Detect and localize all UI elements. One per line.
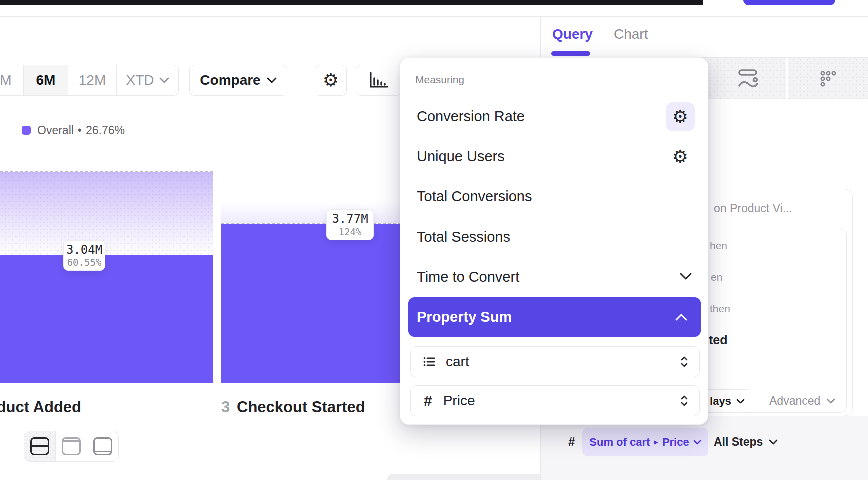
bottom-sheet-edge (388, 474, 540, 480)
bar-chart-icon (369, 72, 389, 90)
chevron-down-icon (160, 78, 170, 84)
chart-settings-button[interactable]: ⚙ (315, 65, 347, 96)
gear-icon: ⚙ (323, 72, 339, 90)
measuring-popup: Measuring Conversion Rate ⚙ Unique Users… (400, 58, 708, 425)
tab-query[interactable]: Query (552, 26, 593, 42)
chevron-down-icon (694, 440, 702, 445)
tab-label: Chart (614, 26, 648, 42)
bar-value-label: 3.77M 124% (326, 210, 374, 240)
step-name: Checkout Started (237, 398, 366, 416)
menu-item-unique-users[interactable]: Unique Users (417, 146, 505, 168)
all-steps-label: All Steps (714, 436, 763, 449)
step-row-text: hen (710, 240, 728, 252)
hash-icon: # (568, 435, 575, 448)
menu-item-property-sum[interactable]: Property Sum (408, 298, 701, 337)
unique-users-settings-button[interactable]: ⚙ (666, 142, 695, 172)
time-range-12m[interactable]: 12M (68, 66, 116, 96)
step-row-fragment[interactable]: en (711, 272, 722, 284)
step-row-fragment[interactable]: then (710, 303, 730, 315)
measure-chip[interactable]: Sum of cart ▸ Price (582, 428, 708, 456)
conversion-window-button[interactable]: lays (704, 390, 752, 413)
time-range-m[interactable]: M (0, 66, 24, 96)
chevron-down-icon (826, 398, 836, 404)
layout-split-button[interactable] (24, 432, 56, 462)
chip-left-text: Sum of cart (590, 436, 650, 449)
funnel-step-label: Product Added (0, 398, 82, 416)
step-row-fragment[interactable]: ted (709, 333, 728, 348)
legend-label: Overall • 26.76% (38, 124, 125, 138)
chart-type-button[interactable] (356, 65, 402, 96)
menu-item-label: Unique Users (417, 148, 505, 165)
conversion-rate-settings-button[interactable]: ⚙ (666, 102, 695, 132)
menu-item-conversion-rate[interactable]: Conversion Rate (417, 106, 525, 128)
chevron-down-icon (769, 440, 778, 445)
flows-view-button[interactable] (788, 58, 868, 99)
gear-icon: ⚙ (672, 148, 688, 166)
time-range-selector: M 6M 12M XTD (0, 65, 179, 96)
query-card-title: on Product Vi... (714, 202, 792, 216)
step-name: Product Added (0, 398, 82, 416)
layout-top-icon (62, 438, 81, 456)
time-range-xtd[interactable]: XTD (116, 66, 178, 96)
bar-value: 3.04M (66, 244, 102, 256)
menu-item-time-to-convert[interactable]: Time to Convert (417, 266, 520, 288)
list-icon (423, 356, 436, 368)
step-row-text: ted (709, 333, 728, 347)
primary-action-button[interactable] (744, 0, 836, 6)
header-divider (0, 16, 868, 17)
funnel-bar-checkout-started[interactable] (222, 224, 402, 384)
layout-bottom-button[interactable] (88, 432, 118, 462)
compare-label: Compare (200, 72, 260, 88)
bar-conversion: 60.55% (68, 258, 102, 268)
selected-property: Price (444, 393, 476, 409)
menu-item-total-sessions[interactable]: Total Sessions (417, 226, 510, 248)
property-sum-property-selector[interactable]: # Price (410, 386, 700, 416)
time-range-6m[interactable]: 6M (24, 66, 68, 96)
chevron-down-icon (680, 272, 692, 280)
bar-value: 3.77M (332, 212, 368, 226)
step-row-text: then (710, 303, 730, 314)
menu-item-total-conversions[interactable]: Total Conversions (417, 186, 532, 208)
menu-item-label: Conversion Rate (417, 108, 525, 125)
tab-chart[interactable]: Chart (614, 26, 648, 42)
metrics-flow-button[interactable] (710, 58, 786, 99)
funnel-bar1-dropoff (0, 172, 214, 255)
menu-item-label: Total Conversions (417, 188, 532, 205)
card-title-text: on Product Vi... (714, 202, 792, 215)
menu-item-label: Time to Convert (417, 269, 520, 286)
bar-value-label: 3.04M 60.55% (64, 240, 106, 271)
compare-button[interactable]: Compare (190, 65, 288, 96)
legend-color-swatch (22, 126, 31, 135)
property-sum-event-selector[interactable]: cart (410, 346, 700, 378)
dots-grid-icon (820, 70, 838, 88)
advanced-button[interactable]: Advanced (770, 393, 836, 409)
triangle-right-icon: ▸ (654, 437, 658, 448)
tab-label: Query (552, 26, 593, 42)
advanced-label: Advanced (770, 394, 820, 408)
chip-right-text: Price (662, 436, 690, 449)
funnel-step-label: Checkout Started (237, 398, 366, 416)
legend-series-name: Overall (38, 124, 74, 138)
days-label: lays (710, 395, 732, 408)
menu-item-label: Total Sessions (417, 229, 510, 246)
layout-top-button[interactable] (56, 432, 88, 462)
top-app-bar (0, 0, 703, 6)
updown-chevrons-icon (680, 394, 688, 408)
analytics-app: M 6M 12M XTD Compare ⚙ Overall • (0, 0, 868, 480)
time-range-label: 6M (36, 72, 56, 88)
chevron-up-icon (675, 314, 688, 322)
all-steps-selector[interactable]: All Steps (714, 434, 778, 450)
step-index: 3 (222, 398, 230, 416)
layout-split-icon (30, 438, 50, 456)
popup-title-text: Measuring (416, 74, 464, 86)
funnel-bar2-dropoff (222, 201, 402, 224)
legend-separator: • (78, 124, 82, 138)
gear-icon: ⚙ (672, 108, 688, 126)
legend-value: 26.76% (86, 124, 125, 138)
active-tab-underline (552, 52, 590, 56)
bar-conversion: 124% (339, 227, 362, 238)
step-row-fragment[interactable]: hen (710, 240, 728, 252)
selected-event: cart (446, 354, 470, 370)
popup-title: Measuring (416, 74, 464, 86)
funnel-bar-product-added[interactable] (0, 255, 214, 384)
